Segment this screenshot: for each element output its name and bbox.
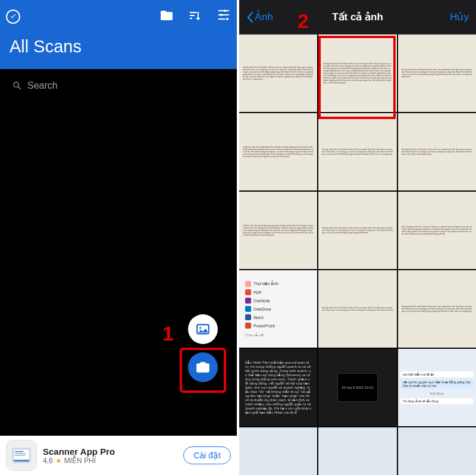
cancel-button[interactable]: Hủy: [450, 11, 469, 23]
search-input[interactable]: Search: [6, 75, 231, 96]
svg-point-2: [224, 10, 226, 12]
back-button[interactable]: Ảnh: [246, 11, 273, 23]
ad-install-button[interactable]: Cài đặt: [183, 446, 231, 464]
fab-group: [188, 314, 218, 382]
ad-text: Scanner App Pro 4,6 ★ MIỄN PHÍ: [43, 446, 177, 465]
photo-thumb[interactable]: Thư viện Ảnh PDF OneNote OneDrive Word P…: [239, 270, 317, 348]
search-icon: [12, 80, 23, 91]
photo-thumb[interactable]: vào thời diểm mà đồ ấn viết dụ link nguy…: [398, 349, 476, 426]
photo-thumb[interactable]: nhung nhan thuc tinh thanh nhan cach con…: [318, 192, 396, 269]
settings-icon[interactable]: [217, 8, 231, 25]
svg-rect-10: [14, 460, 29, 461]
photo-thumb[interactable]: nhung nhan thuc tinh thanh nhan cach con…: [239, 35, 317, 112]
photo-grid: nhung nhan thuc tinh thanh nhan cach con…: [239, 35, 476, 475]
page-title: All Scans: [6, 37, 231, 57]
photo-thumb[interactable]: chi tieu hieu nhung chuyen gio gio gian …: [239, 192, 317, 269]
gallery-fab[interactable]: [188, 314, 218, 344]
svg-point-4: [199, 327, 201, 329]
photo-picker-header: Ảnh Tất cả ảnh Hủy: [239, 0, 476, 35]
annotation-label-2: 2: [298, 10, 309, 33]
photo-thumb[interactable]: nhung nhan thuc tinh thanh nhan cach con…: [318, 35, 396, 112]
svg-rect-8: [15, 453, 26, 454]
photo-thumb[interactable]: sang sau nay tra tuong nguoi thu may doc…: [239, 113, 317, 190]
camera-fab[interactable]: [188, 352, 218, 382]
photo-thumb[interactable]: nhung nhan thuc tinh thanh nhan cach con…: [318, 270, 396, 348]
photo-thumb[interactable]: nhung nhan thuc tinh thanh nhan cach con…: [398, 113, 476, 190]
svg-point-1: [220, 14, 223, 16]
photo-thumb[interactable]: 20 thg 9 2020 10:01: [318, 349, 396, 426]
photo-thumb[interactable]: [318, 427, 396, 475]
left-screenshot: All Scans Search 1 Scanner App Pro 4,: [0, 0, 237, 475]
chevron-left-icon: [246, 11, 253, 23]
ad-title: Scanner App Pro: [43, 446, 177, 457]
photo-thumb[interactable]: nhung nhan thuc tinh thanh nhan cach con…: [398, 270, 476, 348]
svg-point-0: [226, 18, 228, 20]
check-icon: [9, 12, 17, 21]
sort-icon[interactable]: [188, 8, 202, 25]
camera-icon: [195, 360, 211, 375]
folder-icon[interactable]: [159, 8, 174, 25]
toolbar: [6, 5, 231, 29]
photo-thumb[interactable]: nhung nhan thuc tinh thanh nhan cach con…: [398, 35, 476, 112]
select-toggle[interactable]: [6, 10, 20, 24]
ad-banner[interactable]: Scanner App Pro 4,6 ★ MIỄN PHÍ Cài đặt: [0, 436, 237, 475]
svg-rect-7: [15, 451, 23, 452]
annotation-label-1: 1: [162, 322, 174, 345]
search-placeholder: Search: [27, 80, 58, 91]
photo-thumb[interactable]: Đắc Nhân Tâm thế hiện qua sự quan tâm, t…: [239, 349, 317, 426]
picker-title: Tất cả ảnh: [332, 11, 383, 23]
photo-thumb[interactable]: nhung nhan thuc tinh thanh nhan cach con…: [318, 113, 396, 190]
photo-thumb[interactable]: [398, 427, 476, 475]
photo-thumb[interactable]: [239, 427, 317, 475]
ad-app-icon: [6, 440, 37, 471]
photo-thumb[interactable]: dich chang tu dao do si vai am chong ra …: [398, 192, 476, 269]
svg-rect-9: [15, 455, 25, 456]
right-screenshot: Ảnh Tất cả ảnh Hủy 2 nhung nhan thuc tin…: [239, 0, 476, 475]
app-header: All Scans: [0, 0, 237, 69]
image-icon: [195, 321, 211, 337]
